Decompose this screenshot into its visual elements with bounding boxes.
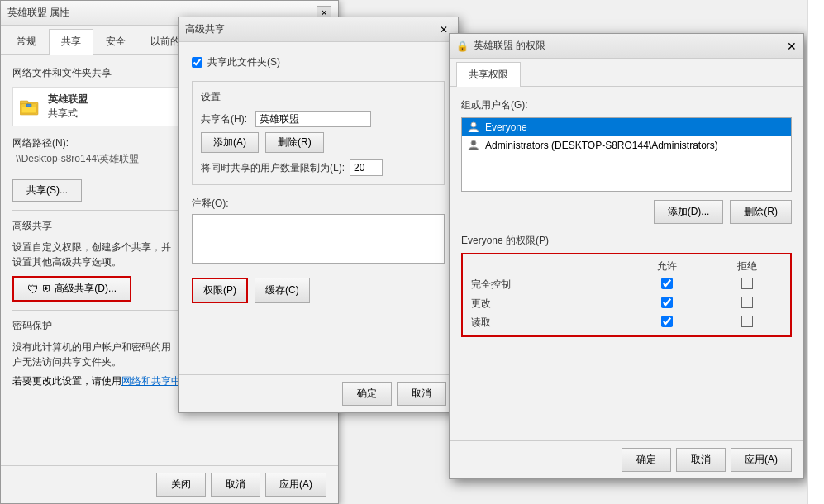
user-administrators[interactable]: Administrators (DESKTOP-S8RO144\Administ…: [462, 136, 791, 155]
add-share-button[interactable]: 添加(A): [201, 132, 259, 153]
comment-textarea[interactable]: [192, 214, 445, 264]
perm-name-change: 更改: [466, 294, 626, 313]
permissions-content: 组或用户名(G): Everyone Administrators (DESKT…: [450, 87, 803, 349]
advanced-share-button[interactable]: 🛡 ⛨ 高级共享(D)...: [12, 276, 131, 302]
tab-share[interactable]: 共享: [49, 29, 93, 55]
perm-deny-read: [707, 313, 787, 332]
deny-change-box: [741, 297, 753, 308]
remove-share-button[interactable]: 删除(R): [265, 132, 324, 153]
perm-deny-change: [707, 294, 787, 313]
close-button[interactable]: 关闭: [156, 473, 206, 497]
deny-full-box: [741, 278, 753, 289]
limit-input[interactable]: [350, 159, 383, 176]
perm-deny-full: [707, 275, 787, 294]
permissions-apply-button[interactable]: 应用(A): [731, 448, 792, 472]
perm-allow-read: [626, 313, 707, 332]
perm-allow-full: [626, 275, 707, 294]
tab-general[interactable]: 常规: [4, 29, 49, 54]
perm-row-full: 完全控制: [466, 275, 787, 294]
remove-user-button[interactable]: 删除(R): [730, 200, 792, 224]
permissions-bottom-buttons: 确定 取消 应用(A): [450, 440, 803, 478]
permission-icon: 🔒: [456, 40, 469, 52]
permissions-table-container: 允许 拒绝 完全控制 更改: [461, 253, 792, 337]
dialog-action-buttons: 权限(P) 缓存(C): [192, 278, 445, 303]
advanced-btn-label: ⛨ 高级共享(D)...: [42, 282, 117, 296]
permissions-tabs: 共享权限: [450, 59, 803, 87]
perm-col-allow: 允许: [626, 258, 707, 275]
advanced-dialog-content: 共享此文件夹(S) 设置 共享名(H): 添加(A) 删除(R) 将同时共享的用…: [179, 42, 458, 316]
group-label: 组或用户名(G):: [461, 98, 792, 112]
perm-name-read: 读取: [466, 313, 626, 332]
advanced-share-dialog: 高级共享 ✕ 共享此文件夹(S) 设置 共享名(H): 添加(A) 删除(R) …: [178, 17, 459, 413]
admin-label: Administrators (DESKTOP-S8RO144\Administ…: [485, 140, 718, 151]
everyone-icon: [467, 121, 480, 134]
properties-title: 英雄联盟 属性: [7, 6, 69, 20]
share-folder-checkbox[interactable]: [192, 57, 202, 68]
share-folder-label: 共享此文件夹(S): [207, 55, 280, 69]
deny-read-box: [741, 316, 753, 327]
perm-row-change: 更改: [466, 294, 787, 313]
user-add-remove-row: 添加(D)... 删除(R): [461, 200, 792, 224]
limit-label: 将同时共享的用户数量限制为(L):: [201, 161, 345, 175]
perm-name-full: 完全控制: [466, 275, 626, 294]
perm-allow-change: [626, 294, 707, 313]
share-name-label: 共享名(H):: [201, 112, 250, 126]
folder-name: 英雄联盟: [48, 93, 88, 107]
permissions-button[interactable]: 权限(P): [192, 278, 248, 303]
everyone-label: Everyone: [485, 121, 527, 133]
cancel-button[interactable]: 取消: [211, 473, 260, 497]
settings-title: 设置: [201, 90, 436, 104]
tab-share-permissions[interactable]: 共享权限: [456, 62, 521, 87]
perm-col-deny: 拒绝: [707, 258, 787, 275]
advanced-dialog-titlebar: 高级共享 ✕: [179, 17, 458, 42]
perm-row-read: 读取: [466, 313, 787, 332]
advanced-dialog-title: 高级共享: [185, 22, 225, 36]
properties-bottom-buttons: 关闭 取消 应用(A): [1, 465, 338, 503]
share-name-row: 共享名(H):: [201, 111, 436, 127]
advanced-cancel-button[interactable]: 取消: [397, 382, 446, 406]
users-list: Everyone Administrators (DESKTOP-S8RO144…: [461, 117, 792, 192]
apply-button[interactable]: 应用(A): [265, 473, 326, 497]
share-name-input[interactable]: [255, 111, 371, 127]
permissions-title: 🔒 英雄联盟 的权限: [456, 39, 545, 53]
permissions-table: 允许 拒绝 完全控制 更改: [466, 258, 787, 332]
bg-right-strip: [807, 0, 824, 504]
svg-point-4: [471, 122, 476, 127]
permissions-close-btn[interactable]: ✕: [787, 40, 797, 53]
admin-icon: [467, 139, 480, 152]
permissions-section-title: Everyone 的权限(P): [461, 234, 792, 248]
permissions-titlebar: 🔒 英雄联盟 的权限 ✕: [450, 34, 803, 59]
comment-group: 注释(O):: [192, 197, 445, 266]
permissions-title-text: 英雄联盟 的权限: [474, 39, 545, 53]
shield-icon: 🛡: [27, 283, 39, 296]
permissions-dialog: 🔒 英雄联盟 的权限 ✕ 共享权限 组或用户名(G): Everyone Adm…: [449, 33, 804, 479]
folder-icon: [18, 95, 41, 118]
perm-col-name: [466, 258, 626, 275]
share-button[interactable]: 共享(S)...: [12, 179, 82, 202]
tab-security[interactable]: 安全: [93, 29, 138, 54]
svg-rect-1: [20, 101, 28, 104]
settings-group: 设置 共享名(H): 添加(A) 删除(R) 将同时共享的用户数量限制为(L):: [192, 81, 445, 185]
share-folder-checkbox-row: 共享此文件夹(S): [192, 55, 445, 69]
svg-rect-3: [26, 104, 31, 107]
cache-button[interactable]: 缓存(C): [255, 278, 310, 303]
advanced-ok-button[interactable]: 确定: [342, 382, 392, 406]
user-everyone[interactable]: Everyone: [462, 118, 791, 136]
add-remove-buttons: 添加(A) 删除(R): [201, 132, 436, 153]
comment-label: 注释(O):: [192, 197, 445, 211]
svg-point-5: [471, 140, 476, 145]
add-user-button[interactable]: 添加(D)...: [654, 200, 724, 224]
permissions-cancel-button[interactable]: 取消: [676, 448, 726, 472]
advanced-dialog-bottom: 确定 取消: [179, 374, 458, 412]
share-info: 英雄联盟 共享式: [48, 93, 88, 121]
permissions-ok-button[interactable]: 确定: [622, 448, 671, 472]
permissions-section: Everyone 的权限(P) 允许 拒绝 完全控制: [461, 234, 792, 337]
limit-row: 将同时共享的用户数量限制为(L):: [201, 159, 436, 176]
share-type: 共享式: [48, 107, 88, 121]
